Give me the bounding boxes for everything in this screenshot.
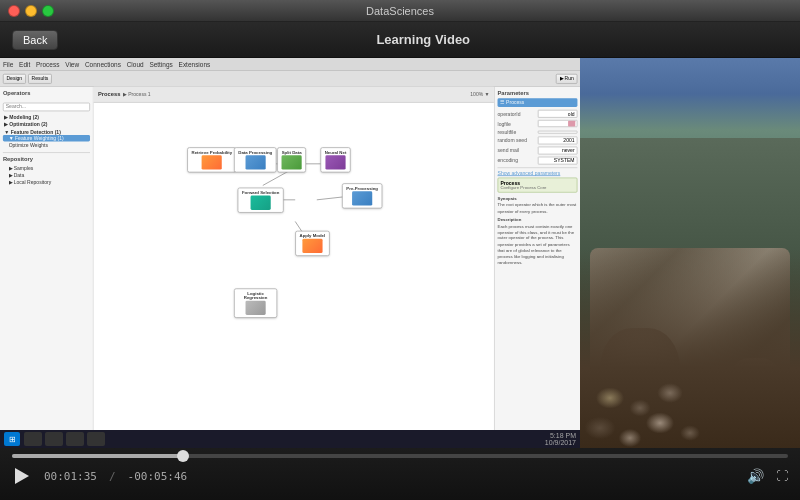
total-time: -00:05:46 <box>128 470 188 483</box>
taskbar-icon-3[interactable] <box>66 432 84 446</box>
menu-view[interactable]: View <box>65 61 79 68</box>
process-canvas: Retrieve Probability Data Processing Spl… <box>94 103 494 448</box>
process-toolbar: Process ▶ Process 1 100% ▼ <box>94 87 494 103</box>
description-title: Description <box>498 217 578 223</box>
tree-optimization[interactable]: ▶ Optimization (2) <box>3 121 90 128</box>
node-neural[interactable]: Neural Net <box>320 147 350 172</box>
tree-modeling[interactable]: ▶ Modeling (2) <box>3 114 90 121</box>
help-subtitle: Configure Process Core <box>500 185 546 189</box>
params-section: ☰ Process <box>500 100 524 105</box>
repo-title: Repository <box>3 156 90 162</box>
toolbar-run[interactable]: ▶ Run <box>556 73 577 83</box>
toolbar-btn-design[interactable]: Design <box>3 73 26 83</box>
app-main: Operators ▶ Modeling (2) ▶ Optimization … <box>0 87 580 448</box>
process-canvas-container: Process ▶ Process 1 100% ▼ <box>94 87 494 448</box>
menu-cloud[interactable]: Cloud <box>127 61 144 68</box>
param-logfile: logfile <box>498 120 578 127</box>
param-encoding: encoding SYSTEM <box>498 157 578 165</box>
param-resultfile: resultfile <box>498 129 578 134</box>
tree-feature-detection[interactable]: ▼ Feature Detection (1) <box>3 128 90 134</box>
node-forward[interactable]: Forward Selection <box>238 188 284 213</box>
node-apply[interactable]: Apply Model <box>295 231 329 256</box>
param-operatorid: operatorId old <box>498 110 578 118</box>
parameters-panel: Parameters ☰ Process operatorId old logf… <box>494 87 580 448</box>
taskbar-icon-2[interactable] <box>45 432 63 446</box>
node-split[interactable]: Split Data <box>277 147 306 172</box>
title-bar: DataSciences <box>0 0 800 22</box>
video-area: File Edit Process View Connections Cloud… <box>0 58 800 448</box>
logfile-color[interactable] <box>568 121 575 127</box>
maximize-button[interactable] <box>42 5 54 17</box>
menu-settings[interactable]: Settings <box>149 61 172 68</box>
progress-handle[interactable] <box>177 450 189 462</box>
video-title: Learning Video <box>58 32 788 47</box>
repo-data[interactable]: ▶ Data <box>3 171 90 178</box>
app-inner: File Edit Process View Connections Cloud… <box>0 58 580 448</box>
synopsis-title: Synopsis <box>498 196 578 202</box>
minimize-button[interactable] <box>25 5 37 17</box>
advanced-params-link[interactable]: Show advanced parameters <box>498 170 561 175</box>
player-chrome: Back Learning Video <box>0 22 800 58</box>
window-controls <box>8 5 54 17</box>
current-time: 00:01:35 <box>44 470 97 483</box>
params-title: Parameters <box>498 90 578 96</box>
close-button[interactable] <box>8 5 20 17</box>
taskbar: ⊞ 5:18 PM10/9/2017 <box>0 430 580 448</box>
node-data-proc[interactable]: Data Processing <box>234 147 277 172</box>
volume-icon[interactable]: 🔊 <box>747 468 764 484</box>
node-retrieve[interactable]: Retrieve Probability <box>187 147 236 172</box>
time-separator: / <box>109 470 116 483</box>
back-button[interactable]: Back <box>12 30 58 50</box>
playback-controls: 00:01:35 / -00:05:46 🔊 ⛶ <box>12 466 788 486</box>
menu-edit[interactable]: Edit <box>19 61 30 68</box>
play-button[interactable] <box>12 466 32 486</box>
progress-fill <box>12 454 183 458</box>
menu-file[interactable]: File <box>3 61 13 68</box>
menu-process[interactable]: Process <box>36 61 59 68</box>
node-preproc[interactable]: Pre-Processing <box>342 183 382 208</box>
fullscreen-icon[interactable]: ⛶ <box>776 469 788 483</box>
tree-optimize-weights[interactable]: Optimize Weights <box>3 141 90 147</box>
taskbar-icon-4[interactable] <box>87 432 105 446</box>
window-title: DataSciences <box>366 5 434 17</box>
toolbar-btn-results[interactable]: Results <box>28 73 52 83</box>
operators-title: Operators <box>3 90 90 96</box>
menu-connections[interactable]: Connections <box>85 61 121 68</box>
playback-bar: 00:01:35 / -00:05:46 🔊 ⛶ <box>0 448 800 500</box>
play-icon <box>15 468 29 484</box>
node-logistic[interactable]: Logistic Regression <box>234 288 277 318</box>
description-text: Each process must contain exactly one op… <box>498 223 578 265</box>
operators-panel: Operators ▶ Modeling (2) ▶ Optimization … <box>0 87 94 448</box>
main-content: File Edit Process View Connections Cloud… <box>0 58 800 500</box>
app-screenshot: File Edit Process View Connections Cloud… <box>0 58 580 448</box>
param-random-seed: random seed 2001 <box>498 136 578 144</box>
synopsis-text: The root operator which is the outer mos… <box>498 202 578 214</box>
operators-search[interactable] <box>3 102 90 111</box>
taskbar-clock: 5:18 PM10/9/2017 <box>545 432 576 446</box>
menu-extensions[interactable]: Extensions <box>179 61 211 68</box>
app-toolbar: Design Results ▶ Run <box>0 71 580 87</box>
progress-bar[interactable] <box>12 454 788 458</box>
background-landscape <box>580 58 800 448</box>
app-menubar: File Edit Process View Connections Cloud… <box>0 58 580 71</box>
param-send-mail: send mail never <box>498 147 578 155</box>
taskbar-icon-1[interactable] <box>24 432 42 446</box>
repo-local[interactable]: ▶ Local Repository <box>3 179 90 186</box>
start-button[interactable]: ⊞ <box>4 432 20 446</box>
repo-samples[interactable]: ▶ Samples <box>3 164 90 171</box>
